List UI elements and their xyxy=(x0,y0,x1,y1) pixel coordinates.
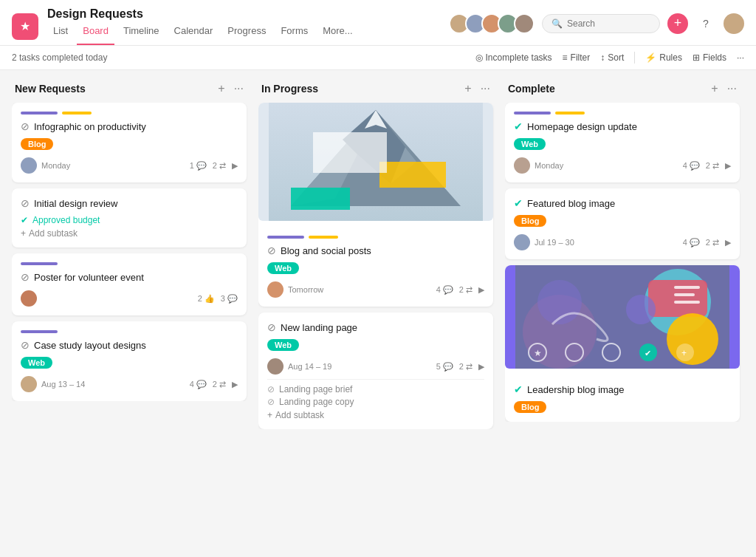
card-title-design-review: ⊘ Initial design review xyxy=(21,197,238,209)
search-box[interactable]: 🔍 xyxy=(542,14,660,33)
nav-timeline[interactable]: Timeline xyxy=(117,22,165,45)
title-text-7: Homepage design update xyxy=(527,121,637,132)
cards-in-progress: ⊘ Blog and social posts Web Tomorrow 4 💬… xyxy=(258,103,495,429)
column-title-complete: Complete xyxy=(508,83,555,95)
add-button[interactable]: + xyxy=(667,13,688,34)
nav-calendar[interactable]: Calendar xyxy=(168,22,219,45)
toolbar: 2 tasks completed today ◎ Incomplete tas… xyxy=(0,46,756,70)
subtask-lp-brief: ⊘ Landing page brief xyxy=(267,384,484,394)
check-icon-3: ⊘ xyxy=(21,271,30,283)
card-footer-1: Monday 1 💬 2 ⇄ ▶ xyxy=(21,157,238,174)
attachments-6: 2 ⇄ xyxy=(459,362,472,372)
card-title-case-study: ⊘ Case study layout designs xyxy=(21,339,238,351)
sort-button[interactable]: ↕ Sort xyxy=(600,52,624,63)
add-subtask-6[interactable]: + Add subtask xyxy=(267,410,484,420)
color-bars-1 xyxy=(21,112,238,115)
more-complete[interactable]: ··· xyxy=(726,82,738,95)
svg-text:+: + xyxy=(681,348,687,358)
due-date-5: Tomorrow xyxy=(288,285,323,294)
svg-point-13 xyxy=(626,295,656,324)
column-actions-new-requests: + ··· xyxy=(216,82,245,95)
arrow-icon-8[interactable]: ▶ xyxy=(725,238,731,247)
due-date-4: Aug 13 – 14 xyxy=(41,380,85,389)
add-subtask-2[interactable]: + Add subtask xyxy=(21,228,238,239)
badge-blog-9: Blog xyxy=(514,401,546,413)
attachments-7: 2 ⇄ xyxy=(706,161,719,171)
nav-list[interactable]: List xyxy=(47,22,74,45)
incomplete-tasks-filter[interactable]: ◎ Incomplete tasks xyxy=(475,52,552,63)
column-actions-complete: + ··· xyxy=(709,82,738,95)
bar-yellow-1 xyxy=(62,112,92,115)
svg-rect-6 xyxy=(291,188,350,210)
bar-yellow-5 xyxy=(309,236,338,239)
arrow-icon-4[interactable]: ▶ xyxy=(232,380,238,389)
card-meta-5: 4 💬 2 ⇄ ▶ xyxy=(436,285,484,295)
subtask-text: Approved budget xyxy=(32,215,100,225)
incomplete-tasks-label: Incomplete tasks xyxy=(486,52,552,63)
rules-label: Rules xyxy=(659,52,682,63)
bar-purple-1 xyxy=(21,112,58,115)
title-text-4: Case study layout designs xyxy=(34,340,146,351)
color-bars-7 xyxy=(514,112,731,115)
arrow-icon-1[interactable]: ▶ xyxy=(232,161,238,171)
title-text-6: New landing page xyxy=(281,322,357,333)
nav-more[interactable]: More... xyxy=(317,22,358,45)
more-in-progress[interactable]: ··· xyxy=(479,82,492,95)
column-title-new-requests: New Requests xyxy=(15,83,86,95)
svg-point-20 xyxy=(566,344,583,361)
add-subtask-icon-2: + xyxy=(21,228,26,239)
bar-purple-7 xyxy=(514,112,551,115)
fields-icon: ⊞ xyxy=(693,52,700,63)
nav-forms[interactable]: Forms xyxy=(275,22,314,45)
check-icon-6: ⊘ xyxy=(267,321,276,333)
card-homepage: ✔ Homepage design update Web Monday 4 💬 … xyxy=(505,103,740,182)
card-title-landing: ⊘ New landing page xyxy=(267,321,484,333)
card-meta-7: 4 💬 2 ⇄ ▶ xyxy=(683,161,731,171)
svg-point-21 xyxy=(602,344,620,361)
card-footer-6: Aug 14 – 19 5 💬 2 ⇄ ▶ xyxy=(267,358,484,375)
more-options-button[interactable]: ··· xyxy=(737,52,744,63)
help-button[interactable]: ? xyxy=(695,13,716,34)
nav-progress[interactable]: Progress xyxy=(221,22,272,45)
card-meta-3: 2 👍 3 💬 xyxy=(198,294,238,304)
svg-rect-7 xyxy=(313,132,387,173)
filter-button[interactable]: ≡ Filter xyxy=(563,52,591,63)
add-card-new-requests[interactable]: + xyxy=(216,82,226,95)
arrow-icon-5[interactable]: ▶ xyxy=(478,285,484,295)
header-titles: Design Requests List Board Timeline Cale… xyxy=(47,7,359,45)
attachments-8: 2 ⇄ xyxy=(706,238,719,247)
search-input[interactable] xyxy=(567,18,650,29)
rules-button[interactable]: ⚡ Rules xyxy=(645,52,682,63)
card-initial-design: ⊘ Initial design review ✔ Approved budge… xyxy=(12,188,247,247)
more-new-requests[interactable]: ··· xyxy=(233,82,245,95)
filter-icon: ≡ xyxy=(563,52,568,63)
title-text-3: Poster for volunteer event xyxy=(34,272,144,283)
add-card-in-progress[interactable]: + xyxy=(463,82,472,95)
arrow-icon-7[interactable]: ▶ xyxy=(725,161,731,171)
card-content-9: ✔ Leadership blog image Blog xyxy=(505,375,740,422)
svg-text:✔: ✔ xyxy=(645,349,651,358)
add-card-complete[interactable]: + xyxy=(709,82,719,95)
title-text-8: Featured blog image xyxy=(527,198,615,209)
svg-text:★: ★ xyxy=(534,348,542,358)
check-icon-8: ✔ xyxy=(514,197,523,209)
color-bars-3 xyxy=(21,262,238,265)
svg-rect-15 xyxy=(674,286,700,289)
check-icon-7: ✔ xyxy=(514,120,523,132)
tasks-completed: 2 tasks completed today xyxy=(12,52,107,63)
card-title-homepage: ✔ Homepage design update xyxy=(514,120,731,132)
assignee-avatar-3 xyxy=(21,290,37,307)
comments-1: 1 💬 xyxy=(190,161,207,171)
user-avatar xyxy=(724,13,744,34)
arrow-icon-6[interactable]: ▶ xyxy=(478,362,484,372)
card-title-leadership: ✔ Leadership blog image xyxy=(514,383,731,395)
title-text-2: Initial design review xyxy=(34,198,117,209)
likes-3: 2 👍 xyxy=(198,294,215,304)
nav-board[interactable]: Board xyxy=(77,22,114,45)
fields-button[interactable]: ⊞ Fields xyxy=(693,52,726,63)
add-subtask-label-2: Add subtask xyxy=(29,228,78,239)
column-new-requests: New Requests + ··· ⊘ Infographic on prod… xyxy=(12,82,248,541)
column-header-new-requests: New Requests + ··· xyxy=(12,82,248,103)
cards-new-requests: ⊘ Infographic on productivity Blog Monda… xyxy=(12,103,248,401)
card-image-mountain xyxy=(258,103,493,221)
